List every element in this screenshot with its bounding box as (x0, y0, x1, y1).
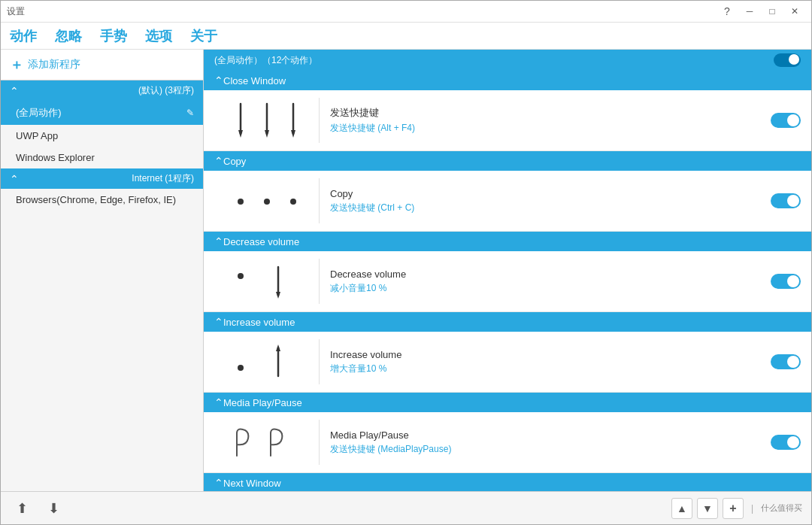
gesture-preview-media (214, 420, 320, 465)
section-copy-title: Copy (223, 156, 246, 167)
sidebar-item-uwp-label: UWP App (16, 130, 58, 141)
gesture-preview-close (214, 98, 320, 143)
action-title-media: Media Play/Pause (330, 429, 771, 441)
bottom-right-controls: ▲ ▼ + | 什么值得买 (671, 498, 802, 519)
section-chevron-icon-5: ⌃ (214, 396, 223, 408)
sidebar-group-internet-label: Internet (1程序) (132, 172, 194, 185)
sidebar-item-windows-explorer[interactable]: Windows Explorer (1, 147, 203, 168)
gesture-preview-increase (214, 339, 320, 384)
watermark-text: 什么值得买 (761, 502, 802, 514)
section-chevron-icon-2: ⌃ (214, 155, 223, 167)
action-row-copy: Copy 发送快捷键 (Ctrl + C) (204, 171, 811, 232)
svg-marker-1 (238, 130, 243, 138)
top-info-bar: (全局动作）（12个动作） (204, 50, 811, 71)
action-row-media-play: Media Play/Pause 发送快捷键 (MediaPlayPause) (204, 412, 811, 473)
action-subtitle-close: 发送快捷键 (Alt + F4) (330, 122, 771, 135)
action-subtitle-decrease: 减小音量10 % (330, 282, 771, 295)
menu-item-actions[interactable]: 动作 (7, 24, 40, 48)
action-info-increase: Increase volume 增大音量10 % (330, 349, 771, 375)
action-info-copy: Copy 发送快捷键 (Ctrl + C) (330, 188, 771, 214)
section-chevron-icon: ⌃ (214, 74, 223, 86)
gesture-preview-copy (214, 178, 320, 223)
action-title-close: 发送快捷键 (330, 106, 771, 120)
upload-button[interactable]: ⬆ (10, 496, 34, 520)
section-media-play-title: Media Play/Pause (223, 397, 302, 408)
main-area: ＋ 添加新程序 ⌃ (默认) (3程序) (全局动作) ✎ UWP App Wi… (1, 50, 811, 491)
top-toggle-switch[interactable] (774, 53, 801, 67)
sidebar-item-windows-explorer-label: Windows Explorer (16, 152, 95, 163)
sidebar-item-browsers[interactable]: Browsers(Chrome, Edge, Firefox, IE) (1, 189, 203, 211)
toggle-copy[interactable] (771, 193, 801, 208)
action-row-increase-volume: Increase volume 增大音量10 % (204, 332, 811, 393)
sidebar-item-browsers-label: Browsers(Chrome, Edge, Firefox, IE) (16, 194, 176, 205)
toggle-media-play[interactable] (771, 435, 801, 450)
close-button[interactable]: ✕ (784, 4, 805, 19)
svg-point-8 (290, 199, 296, 205)
restore-button[interactable]: □ (762, 4, 783, 19)
add-action-button[interactable]: + (723, 498, 744, 519)
chevron-up-icon: ⌃ (10, 85, 19, 97)
menu-item-ignore[interactable]: 忽略 (52, 24, 85, 48)
action-row-decrease-volume: Decrease volume 减小音量10 % (204, 251, 811, 312)
title-bar: 设置 ? ─ □ ✕ (1, 1, 811, 23)
window-title: 设置 (7, 5, 25, 18)
gesture-preview-decrease (214, 259, 320, 304)
svg-marker-11 (276, 292, 280, 299)
action-subtitle-media: 发送快捷键 (MediaPlayPause) (330, 443, 771, 456)
svg-point-7 (264, 199, 270, 205)
menu-item-gestures[interactable]: 手势 (97, 24, 130, 48)
sidebar-group-internet[interactable]: ⌃ Internet (1程序) (1, 168, 203, 189)
action-info-close: 发送快捷键 发送快捷键 (Alt + F4) (330, 106, 771, 135)
sidebar-item-global-label: (全局动作) (16, 106, 62, 120)
next-button[interactable]: ▼ (697, 498, 718, 519)
sidebar-group-default[interactable]: ⌃ (默认) (3程序) (1, 80, 203, 101)
section-close-window[interactable]: ⌃ Close Window (204, 71, 811, 90)
sidebar-item-uwp[interactable]: UWP App (1, 125, 203, 147)
sidebar-item-global[interactable]: (全局动作) ✎ (1, 101, 203, 125)
svg-marker-14 (276, 344, 280, 351)
section-media-play[interactable]: ⌃ Media Play/Pause (204, 393, 811, 412)
section-next-window[interactable]: ⌃ Next Window (204, 473, 811, 491)
menu-item-options[interactable]: 选项 (142, 24, 175, 48)
svg-point-12 (238, 365, 244, 371)
section-increase-volume-title: Increase volume (223, 317, 295, 328)
chevron-up-icon-2: ⌃ (10, 173, 19, 185)
add-program-button[interactable]: ＋ 添加新程序 (1, 50, 203, 80)
minimize-button[interactable]: ─ (739, 4, 760, 19)
gesture-svg-close (218, 100, 316, 141)
bottom-left-buttons: ⬆ ⬇ (10, 496, 65, 520)
toggle-close-window[interactable] (771, 113, 801, 128)
menu-item-about[interactable]: 关于 (187, 24, 220, 48)
action-subtitle-increase: 增大音量10 % (330, 363, 771, 375)
window-controls: ? ─ □ ✕ (717, 4, 805, 19)
svg-marker-3 (265, 130, 269, 138)
section-copy[interactable]: ⌃ Copy (204, 151, 811, 171)
content-scroll[interactable]: ⌃ Close Window (204, 71, 811, 491)
action-title-increase: Increase volume (330, 349, 771, 360)
bottom-bar: ⬆ ⬇ ▲ ▼ + | 什么值得买 (1, 491, 811, 524)
toggle-decrease-volume[interactable] (771, 274, 801, 289)
title-bar-left: 设置 (7, 5, 25, 18)
action-title-copy: Copy (330, 188, 771, 199)
gesture-svg-increase (218, 341, 316, 383)
gesture-svg-decrease (218, 261, 316, 302)
section-decrease-volume-title: Decrease volume (223, 236, 299, 247)
section-decrease-volume[interactable]: ⌃ Decrease volume (204, 232, 811, 251)
gesture-svg-copy (218, 181, 316, 222)
help-button[interactable]: ? (717, 4, 738, 19)
add-icon: ＋ (10, 56, 23, 74)
top-info-text: (全局动作）（12个动作） (214, 54, 317, 67)
svg-marker-5 (291, 130, 295, 138)
main-window: 设置 ? ─ □ ✕ 动作 忽略 手势 选项 关于 ＋ 添加新程序 ⌃ (默认)… (0, 0, 812, 525)
sidebar-group-default-label: (默认) (3程序) (138, 84, 194, 97)
svg-point-6 (238, 199, 244, 205)
toggle-increase-volume[interactable] (771, 354, 801, 369)
section-increase-volume[interactable]: ⌃ Increase volume (204, 312, 811, 332)
svg-point-9 (238, 273, 244, 279)
action-info-media: Media Play/Pause 发送快捷键 (MediaPlayPause) (330, 429, 771, 456)
prev-button[interactable]: ▲ (671, 498, 692, 519)
action-title-decrease: Decrease volume (330, 269, 771, 280)
action-subtitle-copy: 发送快捷键 (Ctrl + C) (330, 202, 771, 214)
download-button[interactable]: ⬇ (41, 496, 65, 520)
section-chevron-icon-3: ⌃ (214, 235, 223, 247)
